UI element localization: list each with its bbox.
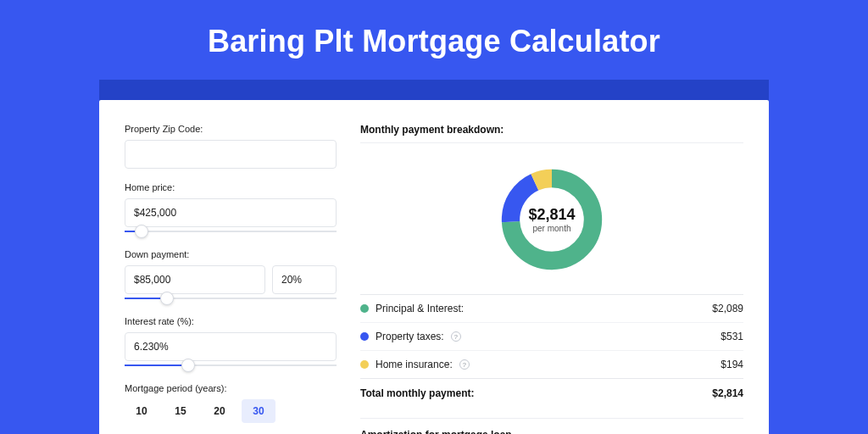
down-payment-input[interactable] (125, 265, 265, 294)
zip-label: Property Zip Code: (125, 124, 337, 134)
home-price-label: Home price: (125, 182, 337, 192)
down-payment-pct-input[interactable] (272, 265, 337, 294)
period-field: Mortgage period (years): 10152030 (125, 383, 337, 423)
legend-row: Home insurance:?$194 (360, 350, 743, 378)
zip-field: Property Zip Code: (125, 124, 337, 169)
home-price-input[interactable] (125, 198, 337, 227)
total-row: Total monthly payment: $2,814 (360, 378, 743, 413)
legend-value: $531 (721, 331, 743, 342)
breakdown-panel: Monthly payment breakdown: $2,814 per mo… (360, 124, 743, 434)
legend-label: Property taxes: (376, 331, 444, 342)
period-btn-15[interactable]: 15 (164, 399, 198, 423)
legend-label: Principal & Interest: (376, 303, 464, 314)
down-payment-field: Down payment: (125, 249, 337, 303)
legend: Principal & Interest:$2,089Property taxe… (360, 294, 743, 378)
slider-thumb[interactable] (181, 359, 195, 372)
total-label: Total monthly payment: (360, 387, 474, 399)
legend-row: Principal & Interest:$2,089 (360, 294, 743, 322)
legend-value: $2,089 (712, 303, 743, 314)
breakdown-title: Monthly payment breakdown: (360, 124, 743, 136)
period-btn-10[interactable]: 10 (125, 399, 159, 423)
legend-value: $194 (721, 359, 743, 370)
home-price-field: Home price: (125, 182, 337, 236)
interest-slider[interactable] (125, 363, 337, 370)
donut-chart-area: $2,814 per month (360, 152, 743, 287)
legend-dot-green (360, 304, 369, 313)
amortization-title: Amortization for mortgage loan (360, 418, 743, 434)
divider (360, 142, 743, 143)
donut-amount: $2,814 (528, 206, 575, 224)
home-price-slider[interactable] (125, 229, 337, 236)
donut-sublabel: per month (532, 224, 570, 233)
interest-label: Interest rate (%): (125, 316, 337, 326)
zip-input[interactable] (125, 140, 337, 169)
info-icon[interactable]: ? (459, 359, 470, 370)
legend-label: Home insurance: (376, 359, 453, 370)
down-payment-slider[interactable] (125, 296, 337, 303)
slider-thumb[interactable] (135, 225, 148, 238)
total-value: $2,814 (712, 387, 743, 399)
page-title: Baring Plt Mortgage Calculator (0, 0, 868, 80)
period-btn-30[interactable]: 30 (242, 399, 275, 423)
info-icon[interactable]: ? (451, 331, 461, 342)
interest-input[interactable] (125, 332, 337, 361)
calculator-card: Property Zip Code: Home price: Down paym… (99, 100, 769, 434)
legend-dot-blue (360, 332, 369, 341)
interest-field: Interest rate (%): (125, 316, 337, 370)
legend-dot-yellow (360, 360, 369, 369)
donut-chart: $2,814 per month (498, 165, 606, 274)
slider-thumb[interactable] (160, 292, 174, 305)
legend-row: Property taxes:?$531 (360, 322, 743, 350)
period-btn-20[interactable]: 20 (203, 399, 236, 423)
period-buttons: 10152030 (125, 399, 337, 423)
period-label: Mortgage period (years): (125, 383, 337, 393)
down-payment-label: Down payment: (125, 249, 337, 259)
input-panel: Property Zip Code: Home price: Down paym… (125, 124, 337, 434)
